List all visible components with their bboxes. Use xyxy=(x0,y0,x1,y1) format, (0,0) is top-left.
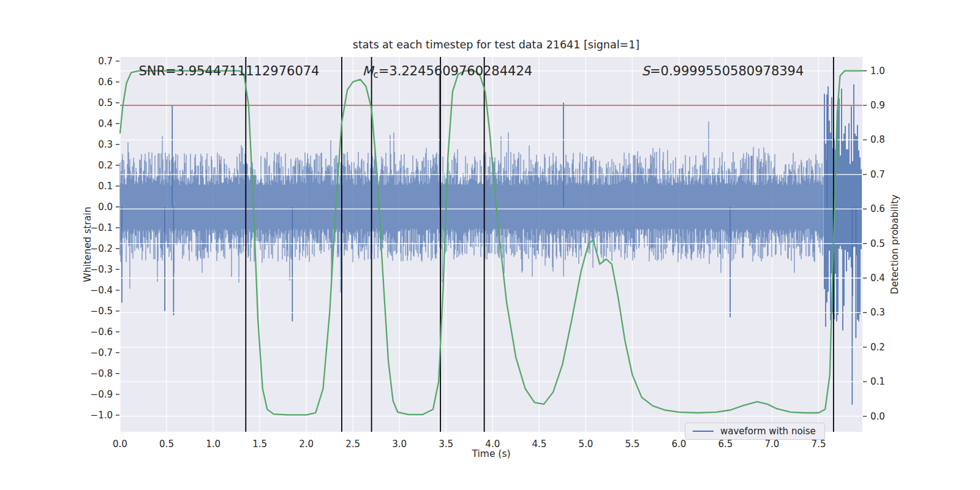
left-tick-label: −0.6 xyxy=(91,326,113,337)
right-tick-label: 0.2 xyxy=(870,342,885,353)
left-tick-label: 0.0 xyxy=(98,202,113,213)
x-tick-label: 1.0 xyxy=(206,439,221,450)
legend-label: waveform with noise xyxy=(720,426,816,437)
right-tick-label: 0.8 xyxy=(870,134,885,145)
left-tick-label: −0.5 xyxy=(91,306,113,317)
right-tick-label: 0.0 xyxy=(870,411,885,422)
x-tick-label: 6.0 xyxy=(671,439,686,450)
left-tick-label: −0.7 xyxy=(91,347,113,358)
right-tick-label: 0.9 xyxy=(870,100,885,111)
left-tick-label: −0.3 xyxy=(91,264,113,275)
right-tick-label: 0.7 xyxy=(870,169,885,180)
x-tick-label: 3.0 xyxy=(392,439,407,450)
x-tick-label: 1.5 xyxy=(252,439,267,450)
x-tick-label: 0.5 xyxy=(159,439,174,450)
right-tick-label: 1.0 xyxy=(870,66,885,77)
legend-line-sample xyxy=(693,431,714,432)
left-tick-label: 0.1 xyxy=(98,181,113,192)
left-tick-label: 0.2 xyxy=(98,160,113,171)
x-tick-label: 6.5 xyxy=(718,439,733,450)
right-tick-label: 0.6 xyxy=(870,203,885,214)
x-tick-label: 4.0 xyxy=(485,439,500,450)
left-tick-label: 0.6 xyxy=(98,77,113,88)
left-tick-label: 0.4 xyxy=(98,118,113,129)
x-tick-label: 5.0 xyxy=(578,439,593,450)
right-tick-label: 0.1 xyxy=(870,376,885,387)
x-tick-label: 5.5 xyxy=(625,439,639,450)
x-tick-label: 3.5 xyxy=(439,439,453,450)
chart-svg: 0.70.60.50.40.30.20.10.0−0.1−0.2−0.3−0.4… xyxy=(0,0,980,490)
legend-box: waveform with noise xyxy=(685,423,825,440)
x-tick-label: 7.0 xyxy=(765,439,780,450)
x-tick-label: 0.0 xyxy=(113,439,127,450)
left-tick-label: −1.0 xyxy=(91,410,113,421)
x-tick-label: 7.5 xyxy=(812,439,826,450)
left-tick-label: 0.7 xyxy=(98,56,113,67)
x-tick-label: 2.0 xyxy=(299,439,314,450)
right-tick-label: 0.4 xyxy=(870,273,885,284)
x-tick-label: 2.5 xyxy=(345,439,360,450)
left-tick-label: −0.9 xyxy=(91,389,113,400)
x-tick-label: 4.5 xyxy=(532,439,546,450)
figure: 0.70.60.50.40.30.20.10.0−0.1−0.2−0.3−0.4… xyxy=(0,0,980,490)
right-tick-label: 0.5 xyxy=(870,238,885,249)
left-tick-label: 0.5 xyxy=(98,97,113,108)
left-tick-label: −0.1 xyxy=(91,222,113,233)
left-tick-label: −0.2 xyxy=(91,243,113,254)
left-tick-label: 0.3 xyxy=(98,139,113,150)
left-tick-label: −0.8 xyxy=(91,368,113,379)
right-tick-label: 0.3 xyxy=(870,307,885,318)
left-tick-label: −0.4 xyxy=(91,285,113,296)
